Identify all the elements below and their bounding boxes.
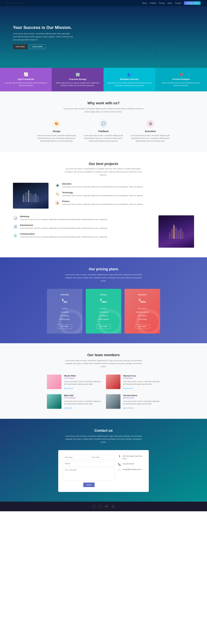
name-input[interactable] [63,455,88,460]
technology-icon: 🔧 [55,192,60,197]
team-member-vincent: Vincent Harris Web Developer Lorem ipsum… [106,394,160,409]
team-desc-mark: Lorem ipsum dolor sit amet, consectetur … [64,400,101,405]
svg-rect-6 [32,195,34,202]
project-item-communication-desc: Lorem ipsum dolor sit amet, consectetur … [20,236,107,238]
buy-enterprise-button[interactable]: BUY NOW [135,324,150,329]
nav-users[interactable]: Users [167,2,172,4]
learn-more-button[interactable]: LEARN MORE [29,44,45,49]
why-cards: 🎨 Design Lorem ipsum dolor sit amet, con… [13,120,194,142]
project-item-finance-desc: Lorem ipsum dolor sit amet, consectetur … [62,203,143,206]
facebook-icon[interactable]: f [92,504,96,509]
nav-links: About Projects Pricing Users Contact LEA… [142,1,200,5]
team-name-nicole: Nicole West [64,374,101,377]
svg-rect-15 [180,228,182,239]
project-item-technology-content: Technology Lorem ipsum dolor sit amet, c… [62,192,143,197]
why-card-title-1: Design [36,130,78,132]
project-item-finance-content: Finance Lorem ipsum dolor sit amet, cons… [62,200,143,206]
project-list-left: 📊 Marketing Lorem ipsum dolor sit amet, … [13,215,152,248]
team-title: Our team members [13,353,194,357]
buy-individual-button[interactable]: BUY NOW [57,324,72,329]
finance-icon: 💰 [55,200,60,205]
nav-pricing[interactable]: Pricing [159,2,165,4]
team-name-hannah: Hannah Cruz [123,374,160,377]
team-member-hannah: Hannah Cruz Photographer Lorem ipsum dol… [106,374,160,390]
send-button[interactable]: SEND [83,482,95,487]
feature-title-3: Workplace Diversity [107,78,152,80]
contact-title: Contact us [13,428,194,433]
project-item-communication-content: Communication Lorem ipsum dolor sit amet… [20,233,107,238]
view-demo-button[interactable]: VIEW DEMO [13,44,28,49]
team-social-nicole[interactable]: @nicolewest [64,388,73,389]
why-subtitle: Lorem ipsum dolor sit amet, consectetur … [63,107,144,113]
svg-rect-1 [23,194,24,202]
night-city-svg [166,224,186,239]
plan-name-startup: Startup [89,294,118,296]
why-card-feedback: 💬 Feedback Lorem ipsum dolor sit amet, c… [83,120,124,142]
pricing-section: Our pricing plans Lorem ipsum dolor sit … [0,257,207,343]
marketing-icon: 📊 [13,216,18,220]
plan-features-enterprise: 100+ person Unlimited projects 128 featu… [128,307,157,321]
hero-title: Your Success is Our Mission. [13,25,74,30]
form-row-2 [63,461,115,466]
contact-email: ✉️ contact@mycompany.com [118,468,144,471]
agile-icon: 📈 [3,72,49,76]
svg-rect-13 [175,228,177,239]
email-text: contact@mycompany.com [122,468,141,471]
contact-address: 📍 140, City Centre, New York, U.S.A [118,455,144,460]
pricing-card-startup: Startup $29/m 10 person 100 projects 256… [86,289,121,334]
corporate-icon: 🏢 [55,72,100,76]
team-grid: Nicole West Lead Designer Lorem ipsum do… [47,374,160,409]
contact-fields: SEND [63,455,115,487]
team-social-mark[interactable]: @markhall [64,407,72,409]
svg-rect-5 [30,193,32,202]
svg-rect-2 [25,192,27,202]
project-item-entertainment-title: Entertainment [20,224,107,226]
linkedin-icon[interactable]: in [111,504,115,509]
entertainment-icon: 🎵 [13,224,18,229]
why-card-desc-1: Lorem ipsum dolor sit amet, consectetur … [36,134,78,142]
phone-text: +91 234 567 88 [122,463,134,465]
subject-input[interactable] [63,461,115,466]
team-role-vincent: Web Developer [123,397,160,399]
team-social-hannah[interactable]: @hannahcruz [123,388,133,389]
feature-desc-2: Iterative approaches to corporate strate… [55,82,100,87]
hero-buttons: VIEW DEMO LEARN MORE [13,44,74,49]
team-role-mark: Front Developer [64,397,101,399]
team-social-vincent[interactable]: @vincentharris [123,407,134,409]
nav-contact[interactable]: Contact [175,2,181,4]
twitter-icon[interactable]: t [98,504,103,509]
plan-price-startup: $29/m [89,297,118,304]
pricing-card-individual: Individual $9/m 1 person 10 projects 256… [47,289,83,334]
nav-cta-button[interactable]: LEARN MORE [184,1,200,5]
team-member-mark: Mark Hall Front Developer Lorem ipsum do… [47,394,101,409]
city-skyline-svg [21,189,41,202]
feature-title-2: Corporate Strategy [55,78,100,80]
hero-description: Lorem ipsum dolor sit amet, consectetur … [13,32,74,41]
svg-rect-7 [35,194,37,202]
svg-rect-4 [28,190,29,202]
project-item-education-content: Education Lorem ipsum dolor sit amet, co… [62,183,143,188]
team-role-nicole: Lead Designer [64,377,101,379]
project-item-communication-title: Communication [20,233,107,235]
nav-projects[interactable]: Projects [150,2,156,4]
feature-box-3: 👥 Workplace Diversity Organically grow t… [104,68,155,92]
why-card-title-3: Execution [129,130,171,132]
nav-about[interactable]: About [142,2,147,4]
project-item-entertainment-desc: Lorem ipsum dolor sit amet, consectetur … [20,227,107,230]
feedback-icon: 💬 [99,120,108,128]
google-plus-icon[interactable]: G+ [104,504,109,509]
project-item-finance-title: Finance [62,200,143,202]
avatar-nicole [47,374,62,389]
contact-form-container: SEND 📍 140, City Centre, New York, U.S.A… [58,450,149,492]
buy-startup-button[interactable]: BUY NOW [96,324,111,329]
project-list-right: 🎓 Education Lorem ipsum dolor sit amet, … [55,183,194,209]
email-icon: ✉️ [118,468,121,471]
email-input[interactable] [90,455,115,460]
project-item-technology-title: Technology [62,192,143,194]
hero-content: Your Success is Our Mission. Lorem ipsum… [13,25,74,49]
project-item-education: 🎓 Education Lorem ipsum dolor sit amet, … [55,183,194,188]
projects-title: Our best projects [13,162,194,166]
why-card-title-2: Feedback [83,130,124,132]
why-card-design: 🎨 Design Lorem ipsum dolor sit amet, con… [36,120,78,142]
message-input[interactable] [63,468,115,480]
